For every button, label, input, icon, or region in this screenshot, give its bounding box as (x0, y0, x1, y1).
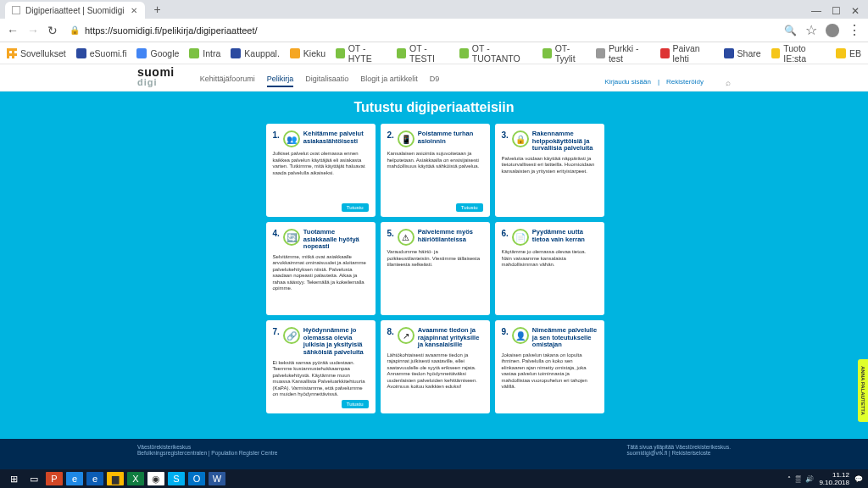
powerpoint-icon[interactable]: P (46, 472, 63, 485)
card-body: Kansalaisen asiointia sujuvoitetaan ja h… (387, 151, 483, 203)
nav-item[interactable]: D9 (430, 75, 440, 87)
card-title: Poistamme turhan asioinnin (418, 130, 483, 145)
bookmark-item[interactable]: OT - TUOTANTO (459, 43, 532, 64)
maximize-button[interactable]: ☐ (832, 5, 841, 17)
bookmark-item[interactable]: OT-Tyylit (542, 43, 586, 64)
zoom-icon[interactable]: 🔍 (784, 25, 797, 36)
tray-network-icon[interactable]: ▒ (796, 475, 801, 483)
bookmark-item[interactable]: Intra (189, 48, 220, 58)
card-cta-button[interactable]: Tutustu (342, 203, 369, 212)
card-title: Hyödynnämme jo olemassa olevia julkisia … (303, 327, 369, 357)
skype-icon[interactable]: S (168, 472, 185, 485)
forward-button[interactable]: → (27, 24, 39, 37)
bookmark-label: OT-Tyylit (555, 43, 587, 64)
footer-org: Väestörekisterikeskus (137, 444, 277, 450)
excel-icon[interactable]: X (127, 472, 144, 485)
bookmark-label: Sovellukset (20, 48, 66, 58)
card-number: 9. (502, 327, 509, 336)
bookmark-label: eSuomi.fi (90, 48, 127, 58)
task-view-icon[interactable]: ▭ (25, 472, 42, 485)
bookmark-label: OT - HYTE (348, 43, 387, 64)
bookmark-item[interactable]: Kieku (290, 48, 326, 58)
card-number: 8. (387, 327, 394, 336)
explorer-icon[interactable]: ▆ (107, 472, 124, 485)
bookmark-star-icon[interactable]: ☆ (805, 22, 817, 38)
new-tab-button[interactable]: + (150, 2, 165, 17)
bookmark-favicon (189, 48, 199, 58)
tray-volume-icon[interactable]: 🔊 (805, 475, 814, 483)
bookmark-item[interactable]: Purkki - test (596, 43, 650, 64)
card-number: 5. (387, 229, 394, 238)
page-favicon (12, 6, 20, 14)
site-footer: Väestörekisterikeskus Befolkningsregiste… (0, 439, 868, 469)
principle-card: 9.👤Nimeämme palvelulle ja sen toteutukse… (495, 320, 604, 413)
minimize-button[interactable]: — (811, 5, 821, 17)
nav-item[interactable]: Digitalisaatio (305, 75, 348, 87)
card-body: Julkiset palvelut ovat olemassa ennen ka… (273, 151, 369, 203)
close-tab-icon[interactable]: ✕ (130, 6, 138, 14)
tray-chevron-icon[interactable]: ˄ (787, 475, 791, 483)
principle-card: 8.↗Avaamme tiedon ja rajapinnat yrityksi… (381, 320, 490, 413)
card-icon: 🔄 (283, 229, 300, 246)
bookmark-favicon (660, 48, 670, 58)
bookmark-item[interactable]: Kauppal. (231, 48, 279, 58)
bookmark-label: Tuoto IE:sta (783, 43, 826, 64)
principle-card: 5.⚠Palvelemme myös häiriötilanteissaVara… (381, 222, 490, 315)
bookmarks-bar: Sovellukset eSuomi.fiGoogleIntraKauppal.… (0, 42, 868, 64)
card-icon: ↗ (398, 327, 415, 344)
bookmark-label: Intra (203, 48, 220, 58)
close-window-button[interactable]: ✕ (851, 5, 860, 17)
principle-card: 2.📱Poistamme turhan asioinninKansalaisen… (381, 124, 490, 217)
browser-tab[interactable]: Digiperiaatteet | Suomidigi ✕ (5, 2, 145, 19)
bookmark-label: Kieku (303, 48, 326, 58)
bookmark-item[interactable]: OT - TESTI (397, 43, 449, 64)
auth-links: Kirjaudu sisään | Rekisteröidy ⌕ (604, 78, 731, 87)
outlook-icon[interactable]: O (188, 472, 205, 485)
feedback-tab[interactable]: ANNA PALAUTETTA (858, 359, 868, 422)
bookmark-item[interactable]: EB (836, 48, 861, 58)
bookmark-item[interactable]: Google (136, 48, 179, 58)
tab-title: Digiperiaatteet | Suomidigi (25, 6, 125, 15)
system-tray: ˄ ▒ 🔊 11.12 9.10.2018 💬 (787, 471, 863, 486)
bookmark-item[interactable]: Paivan lehti (660, 43, 714, 64)
principle-card: 1.👥Kehitämme palvelut asiakaslähtöisesti… (266, 124, 376, 217)
bookmark-item[interactable]: eSuomi.fi (76, 48, 127, 58)
nav-item[interactable]: Blogit ja artikkelit (360, 75, 418, 87)
bookmark-label: Paivan lehti (673, 43, 714, 64)
card-cta-button[interactable]: Tutustu (456, 203, 483, 212)
site-logo[interactable]: suomi digi (137, 67, 175, 87)
reload-button[interactable]: ↻ (47, 24, 58, 37)
window-controls: — ☐ ✕ (811, 5, 868, 19)
footer-contact: suomidigi@vrk.fi | Rekisteriseloste (627, 450, 731, 456)
ie-icon[interactable]: e (66, 472, 83, 485)
card-number: 3. (502, 130, 509, 140)
address-bar[interactable]: 🔒 https://suomidigi.fi/pelikirja/digiper… (70, 25, 258, 36)
back-button[interactable]: ← (7, 24, 19, 37)
word-icon[interactable]: W (209, 472, 225, 485)
apps-launcher[interactable]: Sovellukset (7, 48, 66, 58)
start-button[interactable]: ⊞ (5, 472, 22, 485)
card-body: Lähtökohtaisesti avaamme tiedon ja rajap… (387, 352, 483, 408)
card-number: 6. (502, 229, 509, 238)
taskbar-clock[interactable]: 11.12 9.10.2018 (819, 471, 849, 486)
card-cta-button[interactable]: Tutustu (342, 400, 369, 408)
register-link[interactable]: Rekisteröidy (666, 78, 704, 87)
chrome-icon[interactable]: ◉ (147, 472, 164, 485)
search-icon[interactable]: ⌕ (726, 78, 731, 87)
bookmark-item[interactable]: Share (724, 48, 761, 58)
bookmark-item[interactable]: OT - HYTE (336, 43, 387, 64)
principle-card: 3.🔒Rakennamme helppokäyttöisiä ja turval… (495, 124, 604, 217)
card-body: Palveluita voidaan käyttää näppärästi ja… (502, 156, 598, 212)
card-title: Pyydämme uutta tietoa vain kerran (532, 229, 598, 243)
menu-icon[interactable]: ⋮ (848, 22, 861, 38)
nav-item[interactable]: Pelikirja (267, 75, 294, 87)
bookmark-favicon (397, 48, 406, 58)
nav-item[interactable]: Kehittäjäfoorumi (200, 75, 255, 87)
login-link[interactable]: Kirjaudu sisään (604, 78, 651, 87)
bookmark-item[interactable]: Tuoto IE:sta (771, 43, 826, 64)
edge-icon[interactable]: e (86, 472, 103, 485)
profile-avatar[interactable] (826, 24, 839, 37)
bookmark-favicon (76, 48, 86, 58)
card-number: 4. (273, 229, 280, 238)
notification-icon[interactable]: 💬 (854, 475, 863, 483)
